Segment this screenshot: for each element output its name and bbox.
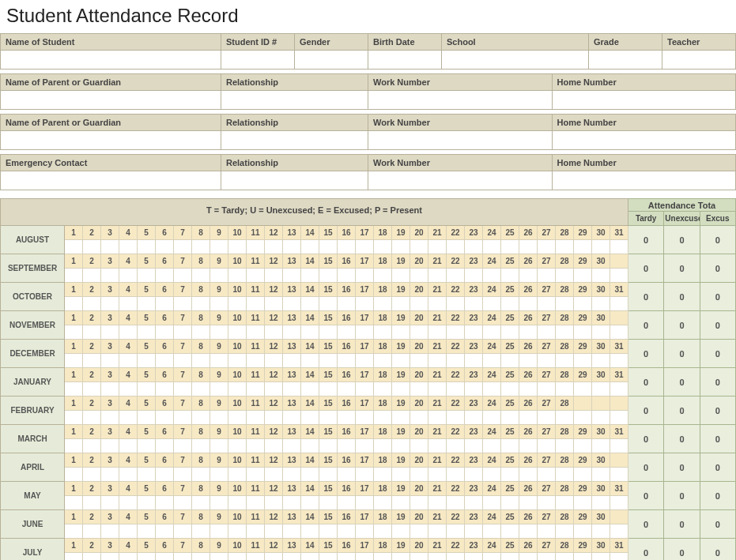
field-input[interactable] <box>552 171 736 190</box>
attendance-cell[interactable] <box>501 325 519 340</box>
attendance-cell[interactable] <box>228 240 247 254</box>
attendance-cell[interactable] <box>301 496 319 510</box>
attendance-cell[interactable] <box>356 439 374 453</box>
attendance-cell[interactable] <box>101 269 119 283</box>
attendance-cell[interactable] <box>65 297 83 311</box>
attendance-cell[interactable] <box>301 297 319 311</box>
attendance-cell[interactable] <box>428 297 447 311</box>
attendance-cell[interactable] <box>501 411 519 425</box>
attendance-cell[interactable] <box>210 496 228 510</box>
attendance-cell[interactable] <box>556 382 574 397</box>
attendance-cell[interactable] <box>447 524 465 539</box>
attendance-cell[interactable] <box>265 553 283 560</box>
attendance-cell[interactable] <box>538 325 556 340</box>
attendance-cell[interactable] <box>247 411 265 425</box>
field-input[interactable] <box>1 171 221 190</box>
attendance-cell[interactable] <box>83 297 101 311</box>
attendance-cell[interactable] <box>538 524 556 539</box>
attendance-cell[interactable] <box>101 439 119 453</box>
attendance-cell[interactable] <box>265 382 283 397</box>
attendance-cell[interactable] <box>410 496 428 510</box>
attendance-cell[interactable] <box>174 325 192 340</box>
attendance-cell[interactable] <box>483 325 501 340</box>
field-input[interactable] <box>1 51 221 70</box>
attendance-cell[interactable] <box>538 496 556 510</box>
attendance-cell[interactable] <box>592 496 610 510</box>
attendance-cell[interactable] <box>465 269 483 283</box>
field-input[interactable] <box>221 131 368 150</box>
attendance-cell[interactable] <box>519 411 538 425</box>
attendance-cell[interactable] <box>574 269 592 283</box>
attendance-cell[interactable] <box>392 240 410 254</box>
attendance-cell[interactable] <box>119 325 138 340</box>
attendance-cell[interactable] <box>65 354 83 368</box>
attendance-cell[interactable] <box>483 354 501 368</box>
attendance-cell[interactable] <box>83 468 101 482</box>
attendance-cell[interactable] <box>228 269 247 283</box>
attendance-cell[interactable] <box>247 297 265 311</box>
attendance-cell[interactable] <box>301 411 319 425</box>
attendance-cell[interactable] <box>392 439 410 453</box>
attendance-cell[interactable] <box>210 553 228 560</box>
attendance-cell[interactable] <box>338 524 356 539</box>
attendance-cell[interactable] <box>556 354 574 368</box>
attendance-cell[interactable] <box>592 382 610 397</box>
attendance-cell[interactable] <box>174 240 192 254</box>
attendance-cell[interactable] <box>247 354 265 368</box>
attendance-cell[interactable] <box>192 411 210 425</box>
attendance-cell[interactable] <box>247 524 265 539</box>
attendance-cell[interactable] <box>210 468 228 482</box>
attendance-cell[interactable] <box>483 553 501 560</box>
attendance-cell[interactable] <box>65 553 83 560</box>
attendance-cell[interactable] <box>610 240 628 254</box>
attendance-cell[interactable] <box>519 297 538 311</box>
attendance-cell[interactable] <box>319 297 338 311</box>
attendance-cell[interactable] <box>556 269 574 283</box>
attendance-cell[interactable] <box>447 382 465 397</box>
attendance-cell[interactable] <box>392 524 410 539</box>
attendance-cell[interactable] <box>556 325 574 340</box>
attendance-cell[interactable] <box>119 439 138 453</box>
attendance-cell[interactable] <box>410 439 428 453</box>
field-input[interactable] <box>442 51 589 70</box>
attendance-cell[interactable] <box>301 269 319 283</box>
attendance-cell[interactable] <box>283 496 301 510</box>
attendance-cell[interactable] <box>265 297 283 311</box>
attendance-cell[interactable] <box>483 297 501 311</box>
attendance-cell[interactable] <box>101 524 119 539</box>
attendance-cell[interactable] <box>410 297 428 311</box>
attendance-cell[interactable] <box>501 496 519 510</box>
attendance-cell[interactable] <box>192 297 210 311</box>
attendance-cell[interactable] <box>174 297 192 311</box>
attendance-cell[interactable] <box>210 439 228 453</box>
attendance-cell[interactable] <box>174 553 192 560</box>
attendance-cell[interactable] <box>356 468 374 482</box>
attendance-cell[interactable] <box>392 468 410 482</box>
attendance-cell[interactable] <box>338 468 356 482</box>
attendance-cell[interactable] <box>192 325 210 340</box>
attendance-cell[interactable] <box>538 269 556 283</box>
attendance-cell[interactable] <box>447 411 465 425</box>
attendance-cell[interactable] <box>210 240 228 254</box>
attendance-cell[interactable] <box>228 411 247 425</box>
attendance-cell[interactable] <box>101 496 119 510</box>
attendance-cell[interactable] <box>210 325 228 340</box>
attendance-cell[interactable] <box>192 496 210 510</box>
attendance-cell[interactable] <box>210 297 228 311</box>
attendance-cell[interactable] <box>83 496 101 510</box>
field-input[interactable] <box>221 171 368 190</box>
attendance-cell[interactable] <box>228 297 247 311</box>
attendance-cell[interactable] <box>174 382 192 397</box>
attendance-cell[interactable] <box>138 382 156 397</box>
attendance-cell[interactable] <box>392 354 410 368</box>
attendance-cell[interactable] <box>319 354 338 368</box>
attendance-cell[interactable] <box>156 439 174 453</box>
attendance-cell[interactable] <box>156 354 174 368</box>
attendance-cell[interactable] <box>356 325 374 340</box>
attendance-cell[interactable] <box>428 411 447 425</box>
attendance-cell[interactable] <box>319 269 338 283</box>
attendance-cell[interactable] <box>338 325 356 340</box>
attendance-cell[interactable] <box>428 468 447 482</box>
attendance-cell[interactable] <box>610 439 628 453</box>
attendance-cell[interactable] <box>101 325 119 340</box>
